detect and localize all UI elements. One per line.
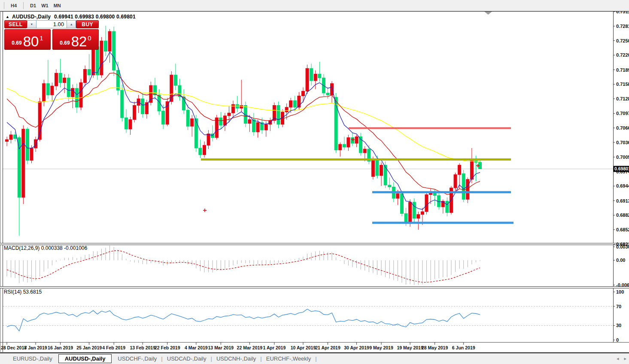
macd-name: MACD(12,26,9) <box>4 245 40 251</box>
ohlc-readout: 0.69941 0.69983 0.69800 0.69801 <box>54 14 136 20</box>
svg-text:22 Mar 2019: 22 Mar 2019 <box>237 345 263 350</box>
svg-text:7 Jan 2019: 7 Jan 2019 <box>24 345 47 350</box>
tab-eurusd[interactable]: EURUSD-,Daily <box>9 354 57 363</box>
svg-text:0.71585: 0.71585 <box>616 82 629 87</box>
svg-text:4 Feb 2019: 4 Feb 2019 <box>102 345 125 350</box>
sell-button[interactable]: SELL <box>4 20 27 28</box>
timeframe-button-w1[interactable]: W1 <box>39 2 51 9</box>
svg-text:6 Jun 2019: 6 Jun 2019 <box>452 345 475 350</box>
svg-text:19 May 2019: 19 May 2019 <box>397 345 423 350</box>
tab-scroll-left-icon[interactable]: ◂ <box>617 356 619 361</box>
svg-text:28 Dec 2018: 28 Dec 2018 <box>1 345 27 350</box>
buy-price-prefix: 0.69 <box>60 40 70 46</box>
volume-input[interactable] <box>36 20 67 28</box>
sell-price-big: 80 <box>23 36 39 48</box>
svg-text:28 May 2019: 28 May 2019 <box>422 345 448 350</box>
svg-text:30: 30 <box>616 323 621 328</box>
svg-text:0.69130: 0.69130 <box>616 198 629 203</box>
svg-text:0.71280: 0.71280 <box>616 96 629 101</box>
svg-text:0.00: 0.00 <box>616 258 625 263</box>
buy-price-box[interactable]: 0.69 82 0 <box>52 29 99 50</box>
svg-text:0.71890: 0.71890 <box>616 67 629 73</box>
svg-text:0.69801: 0.69801 <box>614 166 629 171</box>
toolbar-separator <box>23 2 24 9</box>
svg-text:0.72200: 0.72200 <box>616 52 629 58</box>
rsi-indicator-label: RSI(14) 53.6815 <box>4 289 42 295</box>
macd-indicator-label: MACD(12,26,9) 0.000338 -0.001006 <box>4 245 87 251</box>
volume-increase-button[interactable]: ▲ <box>67 20 76 28</box>
svg-text:-0.006311: -0.006311 <box>616 282 629 288</box>
timeframe-button-d1[interactable]: D1 <box>27 2 39 9</box>
svg-text:22 Feb 2019: 22 Feb 2019 <box>155 345 180 350</box>
svg-text:4 Mar 2019: 4 Mar 2019 <box>185 345 208 350</box>
svg-text:100: 100 <box>616 289 624 294</box>
tab-usdcad[interactable]: USDCAD-,Daily <box>163 354 211 363</box>
buy-button[interactable]: BUY <box>76 20 99 28</box>
sell-price-sup: 1 <box>40 34 43 42</box>
svg-text:13 Mar 2019: 13 Mar 2019 <box>208 345 234 350</box>
svg-text:16 Jan 2019: 16 Jan 2019 <box>48 345 73 350</box>
one-click-trade-panel: SELL ▼ ▲ BUY 0.69 80 1 0.69 82 0 <box>4 20 99 50</box>
timeframe-toolbar: H4D1W1MN <box>0 0 629 11</box>
svg-text:0.72505: 0.72505 <box>616 38 629 43</box>
svg-text:1 Apr 2019: 1 Apr 2019 <box>263 345 286 350</box>
chart-header: ▲AUDUSD-,Daily0.69941 0.69983 0.69800 0.… <box>6 14 136 20</box>
chart-window: 0.731150.728100.725050.722000.718900.715… <box>0 11 629 352</box>
svg-text:25 Jan 2019: 25 Jan 2019 <box>76 345 102 350</box>
tab-audusd[interactable]: AUDUSD-,Daily <box>58 354 112 363</box>
svg-text:70: 70 <box>616 304 621 309</box>
sell-price-box[interactable]: 0.69 80 1 <box>4 29 51 50</box>
buy-price-sup: 0 <box>88 34 91 42</box>
svg-text:13 Feb 2019: 13 Feb 2019 <box>130 345 155 350</box>
svg-text:0.73115: 0.73115 <box>616 11 629 14</box>
tab-separator: | <box>315 355 316 362</box>
chart-tab-bar: EURUSD-,DailyAUDUSD-,DailyUSDCHF-,Daily|… <box>0 352 629 364</box>
svg-text:0: 0 <box>616 337 619 343</box>
sell-price-prefix: 0.69 <box>12 40 21 46</box>
macd-values: 0.000338 -0.001006 <box>41 245 87 251</box>
svg-text:30 Apr 2019: 30 Apr 2019 <box>344 345 369 350</box>
svg-text:21 Apr 2019: 21 Apr 2019 <box>315 345 340 350</box>
chart-tabs: EURUSD-,DailyAUDUSD-,DailyUSDCHF-,Daily|… <box>9 354 317 363</box>
timeframe-button-mn[interactable]: MN <box>51 2 64 9</box>
svg-text:0.68825: 0.68825 <box>616 212 629 218</box>
timeframe-button-h4[interactable]: H4 <box>8 2 19 9</box>
svg-text:0.70970: 0.70970 <box>616 111 629 116</box>
svg-text:0.68520: 0.68520 <box>616 227 629 232</box>
tab-usdchf[interactable]: USDCHF-,Daily <box>113 354 161 363</box>
svg-text:0.70360: 0.70360 <box>616 140 629 145</box>
collapse-panel-icon[interactable]: ▲ <box>6 15 9 19</box>
svg-text:10 Apr 2019: 10 Apr 2019 <box>291 345 316 350</box>
rsi-value: 53.6815 <box>23 289 42 295</box>
symbol-title: AUDUSD-,Daily <box>12 14 51 20</box>
svg-text:0.003035: 0.003035 <box>616 244 629 249</box>
svg-text:9 May 2019: 9 May 2019 <box>369 345 393 350</box>
tab-eurchf[interactable]: EURCHF-,Weekly <box>262 354 316 363</box>
svg-text:0.70665: 0.70665 <box>616 125 629 130</box>
chart-canvas[interactable]: 0.731150.728100.725050.722000.718900.715… <box>0 11 629 352</box>
svg-text:0.72810: 0.72810 <box>616 24 629 29</box>
tab-scroll-right-icon[interactable]: ▸ <box>624 356 626 361</box>
buy-price-big: 82 <box>71 36 87 48</box>
svg-text:0.70050: 0.70050 <box>616 155 629 160</box>
volume-decrease-button[interactable]: ▼ <box>27 20 36 28</box>
rsi-name: RSI(14) <box>4 289 21 295</box>
svg-text:0.69440: 0.69440 <box>616 183 629 188</box>
tab-usdcnh[interactable]: USDCNH-,Daily <box>212 354 260 363</box>
toolbar-separator <box>4 2 4 9</box>
